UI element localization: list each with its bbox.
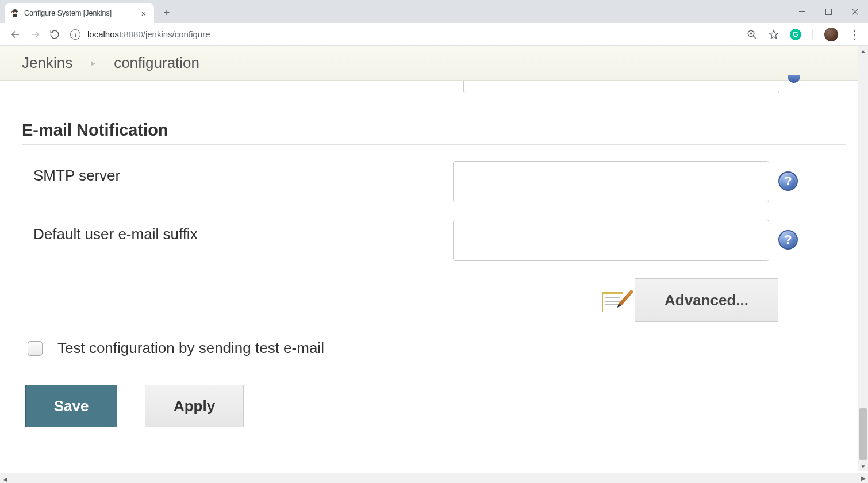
url-host: localhost <box>87 29 121 39</box>
email-suffix-row: Default user e-mail suffix ? <box>22 220 846 261</box>
minimize-button[interactable] <box>789 2 815 21</box>
url-port: :8080 <box>121 29 143 39</box>
url-display[interactable]: i localhost:8080/jenkins/configure <box>70 29 746 40</box>
svg-line-11 <box>753 36 756 39</box>
address-bar: i localhost:8080/jenkins/configure G | ⋮ <box>0 23 868 46</box>
notepad-edit-icon <box>599 286 628 315</box>
jenkins-favicon-icon <box>10 9 20 18</box>
new-tab-button[interactable]: + <box>159 5 175 21</box>
site-info-icon[interactable]: i <box>70 29 80 40</box>
svg-point-2 <box>13 12 14 13</box>
url-path: /jenkins/configure <box>143 29 210 39</box>
help-icon[interactable]: ? <box>778 230 798 250</box>
window-controls <box>789 0 868 23</box>
bookmark-star-icon[interactable] <box>768 29 779 40</box>
test-config-checkbox[interactable] <box>28 341 43 356</box>
save-button[interactable]: Save <box>25 385 117 427</box>
partial-input-above[interactable] <box>463 80 779 93</box>
grammarly-extension-icon[interactable]: G <box>790 29 801 40</box>
smtp-server-label: SMTP server <box>22 161 453 185</box>
reload-button[interactable] <box>45 25 64 44</box>
advanced-row: Advanced... <box>22 278 778 322</box>
test-config-row: Test configuration by sending test e-mai… <box>28 339 846 357</box>
smtp-server-row: SMTP server ? <box>22 161 846 202</box>
page-content: Jenkins ▸ configuration E-mail Notificat… <box>0 46 868 471</box>
breadcrumb-root[interactable]: Jenkins <box>22 54 72 72</box>
breadcrumb: Jenkins ▸ configuration <box>0 46 868 80</box>
browser-tab-strip: Configure System [Jenkins] × + <box>0 0 868 23</box>
smtp-server-input[interactable] <box>453 161 769 202</box>
svg-rect-5 <box>825 9 831 14</box>
form-actions: Save Apply <box>25 385 846 427</box>
profile-avatar[interactable] <box>824 28 838 41</box>
zoom-icon[interactable] <box>746 29 758 40</box>
test-config-label: Test configuration by sending test e-mai… <box>57 339 324 357</box>
vertical-scrollbar[interactable]: ▲ ▼ <box>858 46 868 471</box>
maximize-button[interactable] <box>815 2 842 21</box>
scroll-up-arrow-icon[interactable]: ▲ <box>858 46 868 56</box>
svg-rect-1 <box>13 14 17 17</box>
email-suffix-label: Default user e-mail suffix <box>22 220 453 243</box>
tab-title: Configure System [Jenkins] <box>24 9 139 17</box>
horizontal-scrollbar[interactable]: ◀ ▶ <box>0 473 868 483</box>
scroll-left-arrow-icon[interactable]: ◀ <box>0 474 10 483</box>
svg-point-3 <box>16 12 17 13</box>
vertical-scroll-thumb[interactable] <box>859 408 867 460</box>
email-suffix-input[interactable] <box>453 220 769 261</box>
help-icon[interactable]: ? <box>778 171 798 191</box>
scroll-down-arrow-icon[interactable]: ▼ <box>858 462 868 471</box>
section-title: E-mail Notification <box>22 121 846 140</box>
apply-button[interactable]: Apply <box>145 385 244 427</box>
breadcrumb-separator-icon: ▸ <box>91 57 95 68</box>
advanced-button[interactable]: Advanced... <box>635 278 778 322</box>
close-window-button[interactable] <box>842 2 868 21</box>
scroll-right-arrow-icon[interactable]: ▶ <box>858 473 868 483</box>
breadcrumb-current[interactable]: configuration <box>114 54 199 72</box>
back-button[interactable] <box>6 25 25 44</box>
tab-close-button[interactable]: × <box>139 9 148 18</box>
svg-marker-14 <box>769 30 778 38</box>
browser-menu-button[interactable]: ⋮ <box>848 29 860 40</box>
browser-tab[interactable]: Configure System [Jenkins] × <box>5 3 154 23</box>
forward-button[interactable] <box>25 25 45 44</box>
section-divider <box>22 144 846 145</box>
partial-help-icon <box>788 75 800 83</box>
